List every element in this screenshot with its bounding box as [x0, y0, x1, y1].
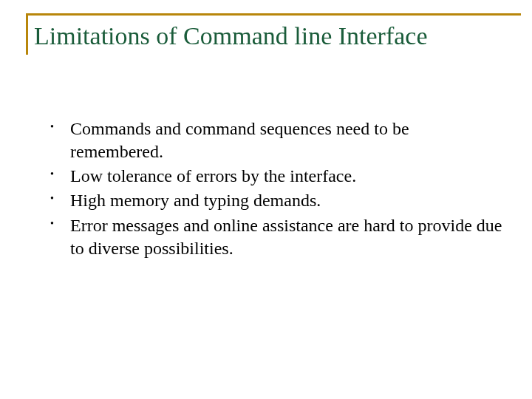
list-item: Commands and command sequences need to b… [44, 117, 506, 163]
slide-title: Limitations of Command line Interface [34, 21, 521, 55]
slide-container: Limitations of Command line Interface Co… [0, 0, 532, 399]
title-wrapper: Limitations of Command line Interface [26, 13, 521, 55]
list-item: High memory and typing demands. [44, 189, 506, 212]
list-item: Low tolerance of errors by the interface… [44, 165, 506, 188]
slide-content: Commands and command sequences need to b… [26, 117, 506, 260]
bullet-list: Commands and command sequences need to b… [44, 117, 506, 260]
list-item: Error messages and online assistance are… [44, 214, 506, 260]
